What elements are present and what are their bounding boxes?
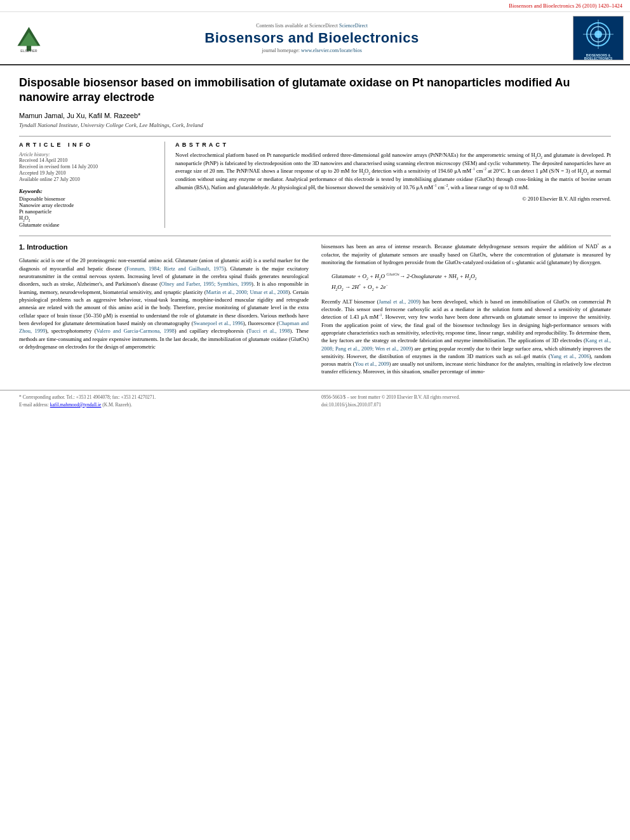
keywords-list: Disposable biosensor Nanowire array elec… — [19, 196, 158, 229]
ref-olney[interactable]: Olney and Farber, 1995; Symthies, 1999 — [161, 281, 251, 287]
ref-valero[interactable]: Valero and Garcia-Carmona, 1998 — [97, 328, 175, 334]
svg-text:BIOELECTRONICS: BIOELECTRONICS — [584, 57, 613, 60]
footer: * Corresponding author. Tel.: +353 21 49… — [0, 390, 630, 413]
body-col-right: biosensors has been an area of intense r… — [321, 243, 611, 379]
ref-fonnum[interactable]: Fonnum, 1984; Rietz and Guilbault, 1975 — [126, 265, 224, 272]
ref-tucci[interactable]: Tucci et al., 1998 — [248, 328, 290, 334]
accepted-date: Accepted 19 July 2010 — [19, 170, 158, 176]
article-info-abstract: A R T I C L E I N F O Article history: R… — [19, 136, 611, 229]
svg-text:ELSEVIER: ELSEVIER — [20, 49, 37, 53]
footer-col-right: 0956-5663/$ – see front matter © 2010 El… — [321, 394, 611, 410]
footer-col-left: * Corresponding author. Tel.: +353 21 49… — [19, 394, 309, 410]
ref-martin[interactable]: Martin et al., 2000; Umar et al., 2008 — [206, 289, 288, 295]
authors: Mamun Jamal, Ju Xu, Kafil M. Razeeb* — [19, 112, 611, 119]
ref-swanepoel[interactable]: Swanepoel et al., 1996 — [193, 320, 243, 326]
received-date: Received 14 April 2010 — [19, 157, 158, 163]
homepage-link[interactable]: www.elsevier.com/locate/bios — [301, 48, 362, 53]
received-revised-date: Received in revised form 14 July 2010 — [19, 164, 158, 170]
affiliation: Tyndall National Institute, University C… — [19, 122, 611, 128]
doi-line: doi:10.1016/j.bios.2010.07.071 — [321, 402, 611, 408]
corresponding-author: * Corresponding author. Tel.: +353 21 49… — [19, 394, 309, 400]
body-two-col: 1. Introduction Glutamic acid is one of … — [19, 243, 611, 379]
issn-line: 0956-5663/$ – see front matter © 2010 El… — [321, 394, 611, 400]
right-para2: Recently ALT biosensor (Jamal et al., 20… — [321, 298, 611, 376]
journal-header: ELSEVIER Contents lists available at Sci… — [0, 12, 630, 65]
body-col-left: 1. Introduction Glutamic acid is one of … — [19, 243, 309, 379]
ref-kang[interactable]: Kang et al., 2008; Pang et al., 2009; We… — [321, 337, 611, 351]
article-title: Disposable biosensor based on immobilisa… — [19, 76, 611, 105]
available-date: Available online 27 July 2010 — [19, 177, 158, 182]
journal-title: Biosensors and Bioelectronics — [56, 30, 568, 46]
sciencedirect-link[interactable]: ScienceDirect — [339, 23, 368, 29]
intro-section-title: 1. Introduction — [19, 243, 309, 253]
journal-homepage: journal homepage: www.elsevier.com/locat… — [56, 48, 568, 53]
article-history-label: Article history: — [19, 152, 158, 157]
ref-jamal[interactable]: Jamal et al., 2009 — [379, 298, 419, 305]
journal-bar: Biosensors and Bioelectronics 26 (2010) … — [0, 0, 630, 12]
article-dates: Received 14 April 2010 Received in revis… — [19, 157, 158, 182]
abstract-heading: A B S T R A C T — [175, 142, 611, 148]
keywords-section: Keywords: Disposable biosensor Nanowire … — [19, 187, 158, 229]
journal-header-center: Contents lists available at ScienceDirec… — [56, 23, 568, 53]
email-footnote: E-mail address: kafil.mahmood@tyndall.ie… — [19, 402, 309, 408]
section-divider — [19, 236, 611, 236]
journal-citation: Biosensors and Bioelectronics 26 (2010) … — [509, 3, 622, 9]
elsevier-tree-icon: ELSEVIER — [11, 24, 46, 53]
abstract-col: A B S T R A C T Novel electrochemical pl… — [175, 142, 611, 229]
ref-you[interactable]: You et al., 2009 — [355, 361, 389, 367]
ref-yang[interactable]: Yang et al., 2006 — [551, 353, 589, 359]
right-para1: biosensors has been an area of intense r… — [321, 243, 611, 266]
article-info-heading: A R T I C L E I N F O — [19, 142, 158, 148]
article-info-col: A R T I C L E I N F O Article history: R… — [19, 142, 165, 229]
intro-para1: Glutamic acid is one of the 20 proteinog… — [19, 257, 309, 350]
abstract-text: Novel electrochemical platform based on … — [175, 152, 611, 192]
copyright-line: © 2010 Elsevier B.V. All rights reserved… — [175, 196, 611, 202]
equation1: Glutamate + O2 + H2O GlutOx→ 2-Oxoglutar… — [332, 271, 601, 282]
equation-block: Glutamate + O2 + H2O GlutOx→ 2-Oxoglutar… — [332, 271, 601, 292]
sciencedirect-text: Contents lists available at ScienceDirec… — [56, 23, 568, 29]
elsevier-logo: ELSEVIER — [6, 24, 51, 53]
journal-logo-right: BIOSENSORS & BIOELECTRONICS — [573, 16, 624, 60]
keywords-label: Keywords: — [19, 188, 43, 194]
footer-notes: * Corresponding author. Tel.: +353 21 49… — [19, 394, 611, 410]
equation2: H2O2 → 2H+ + O2 + 2e− — [332, 283, 601, 293]
email-link[interactable]: kafil.mahmood@tyndall.ie — [50, 402, 102, 408]
main-content: Disposable biosensor based on immobilisa… — [0, 65, 630, 390]
